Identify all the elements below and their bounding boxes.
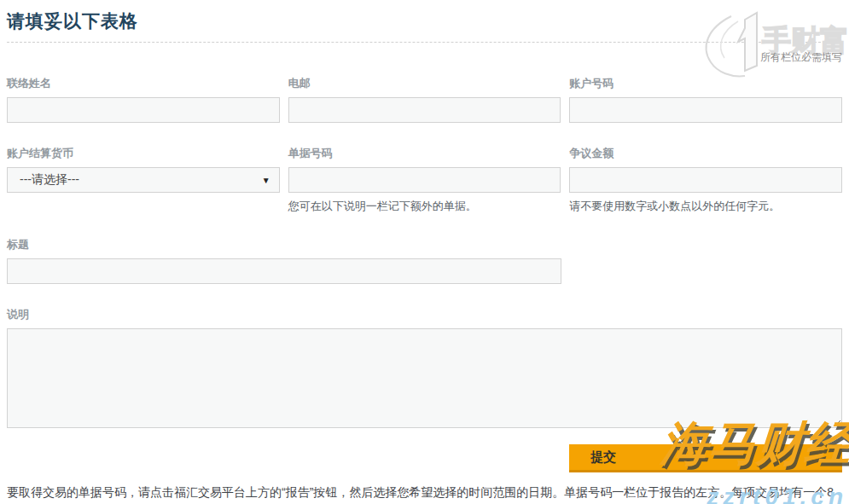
- description-textarea[interactable]: [7, 328, 842, 428]
- currency-select[interactable]: ---请选择--- ▼: [7, 167, 280, 193]
- page-title: 请填妥以下表格: [7, 9, 842, 33]
- field-dispute-amount: 争议金额 请不要使用数字或小数点以外的任何字元。: [569, 146, 842, 214]
- dashed-divider: [7, 42, 842, 43]
- ticket-number-hint: 您可在以下说明一栏记下额外的单据。: [288, 199, 561, 214]
- field-subject: 标题: [7, 237, 561, 284]
- account-number-input[interactable]: [569, 97, 842, 123]
- footer-instructions: 要取得交易的单据号码，请点击福汇交易平台上方的“报告”按钮，然后选择您希望选择的…: [7, 484, 842, 504]
- field-account-number: 账户号码: [569, 76, 842, 123]
- dispute-amount-hint: 请不要使用数字或小数点以外的任何字元。: [569, 199, 842, 214]
- ticket-number-label: 单据号码: [288, 146, 561, 161]
- field-ticket-number: 单据号码 您可在以下说明一栏记下额外的单据。: [288, 146, 561, 214]
- account-number-label: 账户号码: [569, 76, 842, 91]
- contact-name-label: 联络姓名: [7, 76, 280, 91]
- field-description: 说明: [7, 307, 842, 428]
- dispute-amount-label: 争议金额: [569, 146, 842, 161]
- submit-button[interactable]: 提交: [569, 444, 842, 472]
- email-field[interactable]: [288, 97, 561, 123]
- description-label: 说明: [7, 307, 842, 322]
- dispute-amount-input[interactable]: [569, 167, 842, 193]
- account-currency-label: 账户结算货币: [7, 146, 280, 161]
- chevron-down-icon: ▼: [262, 176, 270, 185]
- contact-form: 联络姓名 电邮 账户号码 账户结算货币 ---请选择--- ▼ 单据号码: [7, 76, 842, 472]
- currency-select-value: ---请选择---: [20, 172, 79, 188]
- field-contact-name: 联络姓名: [7, 76, 280, 123]
- required-fields-note: 所有栏位必需填写: [7, 50, 842, 63]
- email-label: 电邮: [288, 76, 561, 91]
- form-grid: 联络姓名 电邮 账户号码 账户结算货币 ---请选择--- ▼ 单据号码: [7, 76, 842, 237]
- field-email: 电邮: [288, 76, 561, 123]
- subject-label: 标题: [7, 237, 561, 252]
- field-account-currency: 账户结算货币 ---请选择--- ▼: [7, 146, 280, 214]
- submit-row: 提交: [7, 444, 842, 472]
- subject-input[interactable]: [7, 258, 561, 284]
- contact-name-input[interactable]: [7, 97, 280, 123]
- form-page: 手财富 请填妥以下表格 所有栏位必需填写 联络姓名 电邮 账户号码 账户结算货币…: [0, 9, 849, 504]
- ticket-number-input[interactable]: [288, 167, 561, 193]
